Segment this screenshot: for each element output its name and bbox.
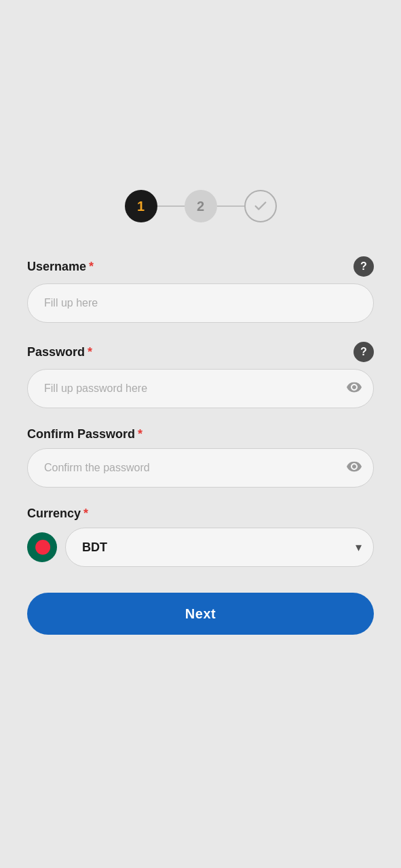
currency-row: BDT USD EUR GBP INR ▾ [27, 528, 374, 567]
password-label-row: Password* ? [27, 342, 374, 362]
username-label: Username* [27, 260, 94, 274]
confirm-password-eye-icon[interactable] [347, 460, 362, 476]
currency-select-wrapper: BDT USD EUR GBP INR ▾ [65, 528, 374, 567]
step-line-2 [217, 205, 244, 207]
currency-field-group: Currency* BDT USD EUR GBP INR ▾ [27, 507, 374, 567]
checkmark-icon [253, 199, 268, 214]
registration-form: Username* ? Password* ? [27, 256, 374, 635]
stepper: 1 2 [125, 190, 277, 222]
confirm-password-input-wrapper [27, 448, 374, 488]
currency-required: * [83, 507, 88, 520]
step-1-label: 1 [137, 199, 145, 214]
confirm-password-field-group: Confirm Password* [27, 427, 374, 488]
bangladesh-flag-icon [27, 532, 57, 562]
step-1: 1 [125, 190, 157, 222]
password-required: * [88, 345, 92, 359]
username-help-icon[interactable]: ? [354, 256, 374, 277]
step-3 [244, 190, 277, 222]
username-input-wrapper [27, 283, 374, 323]
password-eye-icon[interactable] [347, 381, 362, 397]
step-line-1 [157, 205, 185, 207]
username-field-group: Username* ? [27, 256, 374, 323]
step-2-label: 2 [197, 199, 204, 214]
confirm-password-label: Confirm Password* [27, 427, 142, 441]
step-2: 2 [185, 190, 217, 222]
password-field-group: Password* ? [27, 342, 374, 408]
password-input[interactable] [27, 369, 374, 408]
username-label-row: Username* ? [27, 256, 374, 277]
password-help-icon[interactable]: ? [354, 342, 374, 362]
username-input[interactable] [27, 283, 374, 323]
currency-label-row: Currency* [27, 507, 374, 521]
confirm-password-input[interactable] [27, 448, 374, 488]
password-input-wrapper [27, 369, 374, 408]
password-label: Password* [27, 345, 92, 359]
username-required: * [89, 260, 94, 273]
confirm-password-label-row: Confirm Password* [27, 427, 374, 441]
currency-label: Currency* [27, 507, 88, 521]
flag-red-circle [35, 540, 50, 555]
confirm-password-required: * [138, 427, 142, 441]
page-container: 1 2 Username* ? [0, 0, 401, 635]
currency-select[interactable]: BDT USD EUR GBP INR [65, 528, 374, 567]
next-button[interactable]: Next [27, 593, 374, 635]
